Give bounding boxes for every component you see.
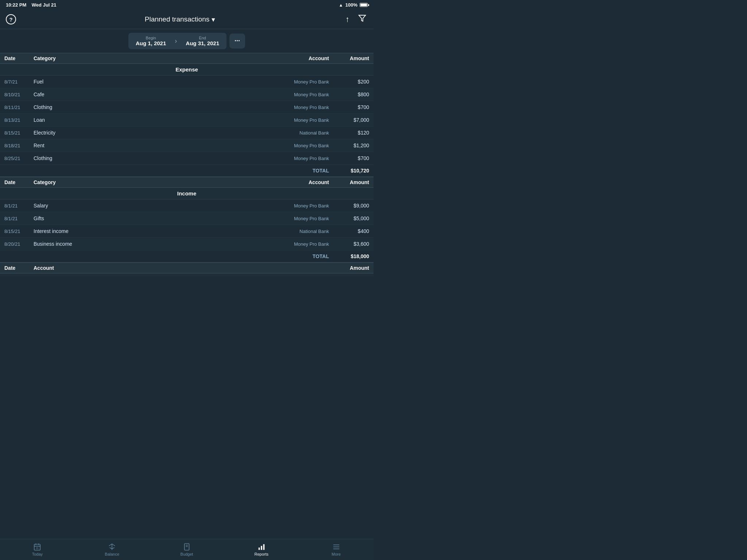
expense-section: Date Category Account Amount Expense 8/7… (0, 53, 374, 177)
income-col-category: Category (34, 179, 271, 185)
help-button[interactable]: ? (6, 14, 16, 24)
income-row[interactable]: 8/1/21 Salary Money Pro Bank $9,000 (0, 199, 374, 212)
end-label: End (186, 36, 219, 40)
content-scroll[interactable]: Date Category Account Amount Expense 8/7… (0, 53, 374, 276)
expense-col-date: Date (4, 55, 34, 61)
income-rows: 8/1/21 Salary Money Pro Bank $9,000 8/1/… (0, 199, 374, 250)
income-section: Date Category Account Amount Income 8/1/… (0, 177, 374, 262)
expense-total-value: $10,720 (329, 168, 369, 174)
nav-right: ↑ (344, 13, 368, 26)
date-range-arrow: › (173, 37, 178, 45)
income-section-label: Income (0, 188, 374, 199)
battery-icon (360, 3, 368, 7)
begin-label: Begin (136, 36, 166, 40)
date-range-group[interactable]: Begin Aug 1, 2021 › End Aug 31, 2021 (128, 33, 227, 49)
expense-section-label: Expense (0, 64, 374, 75)
expense-col-account: Account (271, 55, 329, 61)
expense-row[interactable]: 8/25/21 Clothing Money Pro Bank $700 (0, 152, 374, 165)
expense-table-header: Date Category Account Amount (0, 53, 374, 64)
page-title[interactable]: Planned transactions ▾ (145, 15, 215, 24)
svg-marker-0 (359, 15, 365, 22)
nav-left: ? (6, 14, 16, 24)
expense-col-amount: Amount (329, 55, 369, 61)
end-value: Aug 31, 2021 (186, 40, 219, 46)
dropdown-icon: ▾ (212, 15, 215, 24)
expense-row[interactable]: 8/10/21 Cafe Money Pro Bank $800 (0, 88, 374, 101)
income-total-row: TOTAL $18,000 (0, 250, 374, 262)
status-right: ▲ 100% (339, 2, 368, 8)
status-bar: 10:22 PM Wed Jul 21 ▲ 100% (0, 0, 374, 10)
income-col-amount: Amount (329, 179, 369, 185)
end-date[interactable]: End Aug 31, 2021 (178, 33, 227, 49)
wifi-icon: ▲ (339, 3, 343, 8)
begin-date[interactable]: Begin Aug 1, 2021 (128, 33, 173, 49)
income-row[interactable]: 8/15/21 Interest income National Bank $4… (0, 225, 374, 238)
transfer-section-label: Money Transfer (0, 273, 374, 276)
transfer-section: Date Account Amount Money Transfer 8/6/2… (0, 262, 374, 276)
status-day: Wed Jul 21 (32, 2, 57, 8)
income-table-header: Date Category Account Amount (0, 177, 374, 188)
date-range-more-button[interactable]: ··· (229, 34, 245, 48)
expense-row[interactable]: 8/13/21 Loan Money Pro Bank $7,000 (0, 114, 374, 127)
filter-icon (358, 14, 366, 22)
income-total-value: $18,000 (329, 253, 369, 259)
expense-rows: 8/7/21 Fuel Money Pro Bank $200 8/10/21 … (0, 75, 374, 165)
expense-col-category: Category (34, 55, 271, 61)
income-col-date: Date (4, 179, 34, 185)
transfer-col-account: Account (34, 265, 329, 271)
expense-total-row: TOTAL $10,720 (0, 165, 374, 177)
expense-row[interactable]: 8/18/21 Rent Money Pro Bank $1,200 (0, 139, 374, 152)
share-button[interactable]: ↑ (344, 13, 351, 26)
transfer-table-header: Date Account Amount (0, 262, 374, 273)
date-range-bar: Begin Aug 1, 2021 › End Aug 31, 2021 ··· (0, 29, 374, 53)
battery-percent: 100% (345, 2, 357, 8)
income-total-label: TOTAL (271, 253, 329, 259)
income-row[interactable]: 8/1/21 Gifts Money Pro Bank $5,000 (0, 212, 374, 225)
expense-total-label: TOTAL (271, 168, 329, 174)
transfer-col-date: Date (4, 265, 34, 271)
income-col-account: Account (271, 179, 329, 185)
filter-button[interactable] (357, 13, 368, 26)
top-nav: ? Planned transactions ▾ ↑ (0, 10, 374, 29)
expense-row[interactable]: 8/7/21 Fuel Money Pro Bank $200 (0, 75, 374, 88)
begin-value: Aug 1, 2021 (136, 40, 166, 46)
status-time: 10:22 PM (6, 2, 26, 8)
status-time-day: 10:22 PM Wed Jul 21 (6, 2, 57, 8)
income-row[interactable]: 8/20/21 Business income Money Pro Bank $… (0, 238, 374, 250)
expense-row[interactable]: 8/11/21 Clothing Money Pro Bank $700 (0, 101, 374, 114)
transfer-col-amount: Amount (329, 265, 369, 271)
expense-row[interactable]: 8/15/21 Electricity National Bank $120 (0, 127, 374, 139)
